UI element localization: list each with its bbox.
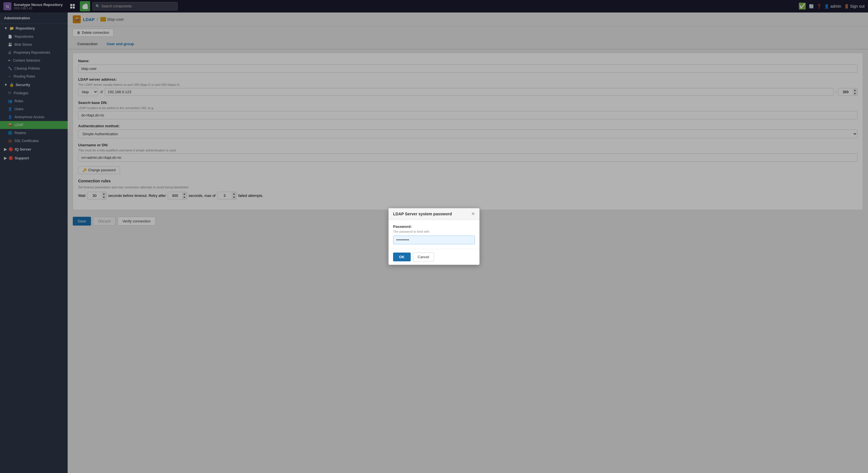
modal-close-button[interactable]: ✕ (471, 212, 475, 216)
modal-ldap-password: LDAP Server system password ✕ Password: … (389, 208, 479, 265)
modal-header: LDAP Server system password ✕ (389, 208, 479, 220)
modal-password-input[interactable] (393, 235, 475, 244)
modal-overlay: LDAP Server system password ✕ Password: … (0, 0, 868, 473)
modal-title: LDAP Server system password (393, 212, 452, 216)
modal-actions: OK Cancel (389, 249, 479, 265)
modal-password-label: Password: (393, 224, 475, 229)
modal-ok-button[interactable]: OK (393, 253, 411, 261)
modal-password-hint: The password to bind with (393, 230, 475, 233)
modal-body: Password: The password to bind with (389, 220, 479, 249)
modal-cancel-button[interactable]: Cancel (413, 253, 434, 261)
